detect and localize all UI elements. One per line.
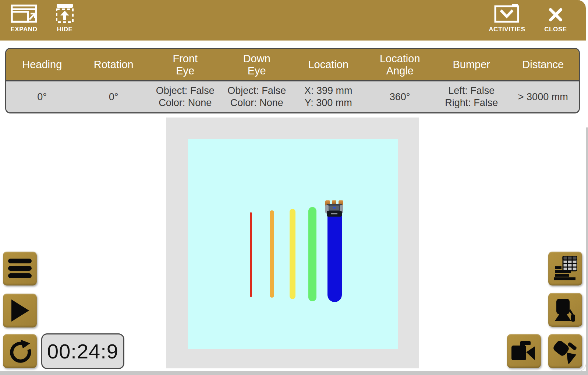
close-label: CLOSE (544, 26, 567, 33)
camera-top-view-icon (553, 298, 577, 322)
reset-icon (8, 339, 32, 363)
close-button[interactable]: CLOSE (542, 4, 570, 33)
expand-window-icon (11, 4, 37, 23)
table-header-heading: Heading (6, 49, 78, 80)
robot[interactable] (325, 200, 343, 217)
menu-button[interactable] (3, 252, 37, 285)
play-icon (10, 299, 30, 322)
activities-icon (494, 4, 520, 23)
expand-label: EXPAND (10, 26, 37, 33)
reset-button[interactable] (3, 334, 37, 368)
yellow-line (290, 209, 295, 299)
table-header-location: Location (293, 49, 364, 80)
sensor-table-value-row: 0°0°Object: FalseColor: NoneObject: Fals… (6, 81, 579, 112)
sensor-table-header-row: HeadingRotationFrontEyeDownEyeLocationLo… (6, 49, 579, 81)
table-cell-bumper: Left: FalseRight: False (436, 81, 507, 112)
sensor-dashboard-icon (553, 256, 577, 281)
table-cell-heading: 0° (6, 81, 78, 112)
hide-button[interactable]: HIDE (54, 4, 76, 33)
horizontal-scrollbar[interactable] (0, 371, 588, 375)
sensor-dashboard-button[interactable] (548, 252, 582, 285)
table-cell-distance: > 3000 mm (507, 81, 579, 112)
timer-display: 00:24:9 (41, 333, 124, 369)
table-cell-rotation: 0° (78, 81, 150, 112)
table-cell-down-eye: Object: FalseColor: None (221, 81, 293, 112)
orange-line (270, 210, 274, 298)
expand-button[interactable]: EXPAND (8, 4, 40, 33)
table-cell-location-angle: 360° (364, 81, 436, 112)
play-button[interactable] (3, 294, 37, 327)
menu-icon (8, 258, 32, 279)
timer-value: 00:24:9 (47, 339, 118, 363)
table-cell-location: X: 399 mmY: 300 mm (293, 81, 364, 112)
free-camera-button[interactable] (548, 334, 582, 368)
sensor-table: HeadingRotationFrontEyeDownEyeLocationLo… (5, 48, 580, 113)
free-camera-icon (553, 339, 578, 364)
table-header-bumper: Bumper (436, 49, 507, 80)
vertical-scrollbar[interactable] (586, 127, 588, 371)
top-toolbar: EXPAND HIDE ACTIVITIES (0, 0, 586, 41)
app-window: EXPAND HIDE ACTIVITIES (0, 0, 586, 371)
blue-line (327, 206, 342, 302)
activities-button[interactable]: ACTIVITIES (485, 4, 529, 33)
table-header-rotation: Rotation (78, 49, 150, 80)
red-line (250, 212, 252, 297)
table-header-location-angle: LocationAngle (364, 49, 436, 80)
table-cell-front-eye: Object: FalseColor: None (149, 81, 221, 112)
robot-led (333, 207, 336, 208)
close-icon (548, 4, 564, 23)
table-header-down-eye: DownEye (221, 49, 293, 80)
video-camera-icon (511, 341, 536, 361)
camera-top-view-button[interactable] (548, 293, 582, 327)
table-header-front-eye: FrontEye (149, 49, 221, 80)
table-header-distance: Distance (507, 49, 579, 80)
video-camera-button[interactable] (507, 334, 541, 368)
hide-panel-icon (55, 4, 74, 23)
robot-bumper-label (331, 213, 337, 214)
green-line (308, 207, 316, 301)
activities-label: ACTIVITIES (489, 26, 525, 33)
hide-label: HIDE (57, 26, 72, 33)
